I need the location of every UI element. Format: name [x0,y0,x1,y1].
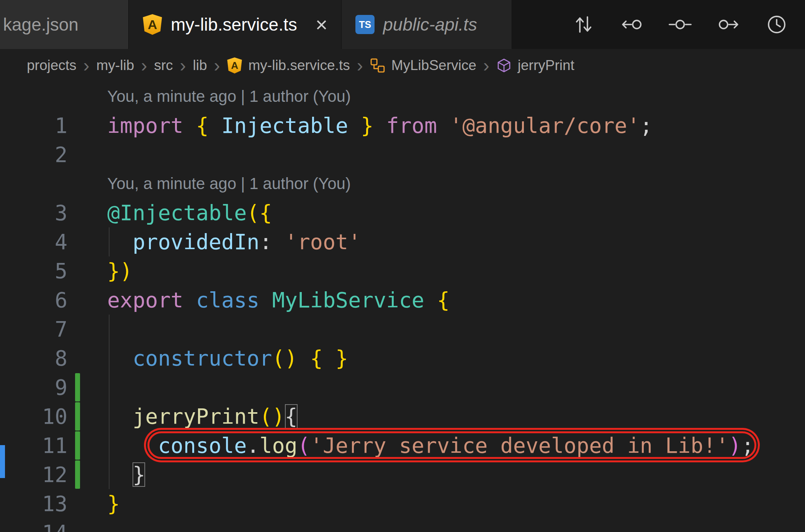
breadcrumb: projects › my-lib › src › lib › A my-lib… [0,49,805,82]
editor: You, a minute ago | 1 author (You)1impor… [0,82,805,532]
line-number[interactable]: 9 [0,373,73,402]
breadcrumb-item-my-lib[interactable]: my-lib [97,57,134,73]
code-line[interactable]: 4 providedIn: 'root' [0,227,805,256]
git-change-indicator[interactable] [75,402,80,431]
breadcrumb-item-class[interactable]: MyLibService [370,57,476,73]
line-number[interactable]: 7 [0,315,73,344]
open-changes-icon [668,13,692,36]
code-content: }) [107,256,133,286]
line-number[interactable]: 8 [0,344,73,373]
code-content: constructor() { } [107,344,348,373]
code-line[interactable]: 3@Injectable({ [0,198,805,227]
code-token [107,462,133,487]
code-line[interactable]: 12 } [0,460,805,489]
line-number[interactable]: 11 [0,431,73,460]
indent-guide [109,402,110,431]
breadcrumb-label: lib [193,57,207,73]
code-token: ; [640,113,653,138]
close-tab-icon[interactable]: × [316,14,328,35]
gutter-blue-marker [0,445,5,478]
line-number[interactable]: 3 [0,198,73,227]
git-change-indicator[interactable] [75,431,80,460]
line-number[interactable]: 4 [0,227,73,256]
git-change-indicator [75,286,80,314]
chevron-right-icon: › [350,56,370,75]
code-token: 'root' [285,230,361,254]
code-token: Injectable [209,113,361,138]
git-change-indicator [75,82,80,111]
breadcrumb-item-method[interactable]: jerryPrint [496,57,574,73]
breadcrumb-label: jerryPrint [518,57,574,73]
breadcrumb-item-src[interactable]: src [154,57,173,73]
tab-package-json[interactable]: kage.json [0,0,129,49]
code-token [107,346,133,370]
git-change-indicator[interactable] [75,373,80,401]
line-number[interactable]: 12 [0,460,73,489]
code-token [107,230,133,254]
git-change-indicator [75,111,80,140]
code-token: { [285,404,298,429]
code-line[interactable]: 8 constructor() { } [0,344,805,373]
next-change-button[interactable] [716,12,741,37]
line-number[interactable]: 14 [0,518,73,532]
compare-changes-button[interactable] [571,12,596,37]
code-area[interactable]: You, a minute ago | 1 author (You)1impor… [0,82,805,532]
tab-label: public-api.ts [383,14,477,35]
code-token: MyLibService [272,288,424,312]
tab-label: my-lib.service.ts [171,14,297,35]
history-button[interactable] [764,12,789,37]
code-token: { [196,113,209,138]
code-token [437,113,450,138]
code-token [424,288,437,312]
code-line[interactable]: 9 [0,373,805,402]
code-line[interactable]: 5}) [0,256,805,286]
codelens-row[interactable]: You, a minute ago | 1 author (You) [0,169,805,198]
code-line[interactable]: 10 jerryPrint(){ [0,402,805,431]
previous-change-button[interactable] [620,12,644,37]
code-content: console.log('Jerry service developed in … [107,431,754,460]
angular-letter: A [231,60,238,72]
code-line[interactable]: 11 console.log('Jerry service developed … [0,431,805,460]
code-token: from [386,113,437,138]
codelens-row[interactable]: You, a minute ago | 1 author (You) [0,82,805,111]
code-token [259,288,272,312]
indent-guide [109,460,110,489]
code-token: ; [741,433,754,458]
code-line[interactable]: 7 [0,315,805,344]
code-line[interactable]: 1import { Injectable } from '@angular/co… [0,111,805,140]
code-line[interactable]: 14 [0,518,805,532]
code-token: @Injectable [107,201,247,225]
git-change-indicator [75,490,80,518]
line-number[interactable]: 13 [0,489,73,518]
code-line[interactable]: 13} [0,489,805,518]
breadcrumb-item-lib[interactable]: lib [193,57,207,73]
breadcrumb-label: my-lib.service.ts [249,57,350,73]
previous-change-icon [620,13,644,36]
open-changes-button[interactable] [668,12,692,37]
code-line[interactable]: 2 [0,140,805,169]
code-content: export class MyLibService { [107,286,450,315]
line-number[interactable]: 2 [0,140,73,169]
chevron-right-icon: › [476,56,496,75]
code-token: export [107,288,183,312]
line-number[interactable]: 6 [0,286,73,315]
git-change-indicator [75,315,80,343]
code-line[interactable]: 6export class MyLibService { [0,286,805,315]
code-token: ({ [247,201,272,225]
breadcrumb-label: projects [27,57,77,73]
tab-bar: kage.json A my-lib.service.ts × TS publi… [0,0,805,49]
tab-public-api[interactable]: TS public-api.ts [342,0,512,49]
line-number[interactable]: 5 [0,256,73,286]
breadcrumb-item-file[interactable]: A my-lib.service.ts [227,57,350,73]
breadcrumb-item-projects[interactable]: projects [27,57,77,73]
class-symbol-icon [370,58,385,73]
code-content: providedIn: 'root' [107,227,361,256]
git-change-indicator [75,344,80,372]
tab-my-lib-service[interactable]: A my-lib.service.ts × [129,0,342,49]
line-number[interactable]: 10 [0,402,73,431]
git-change-indicator [75,228,80,256]
line-number[interactable]: 1 [0,111,73,140]
code-token [183,288,196,312]
git-change-indicator[interactable] [75,460,80,489]
chevron-right-icon: › [77,56,97,75]
